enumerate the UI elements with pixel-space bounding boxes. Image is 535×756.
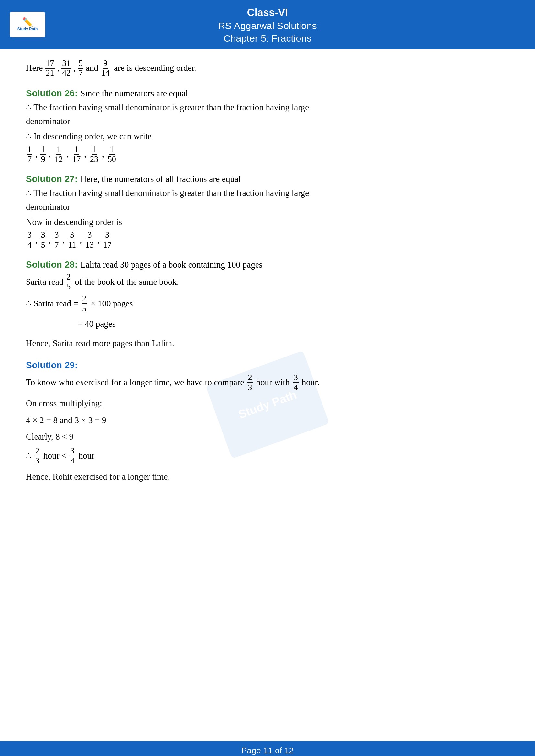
- frac-2-3-b: 23: [35, 446, 40, 466]
- comma1: ,: [57, 61, 59, 76]
- solution-28-heading: Solution 28: Lalita read 30 pages of a b…: [26, 259, 509, 270]
- solution-28-line1: Lalita read 30 pages of a book containin…: [80, 260, 262, 270]
- solution-28-hence: Hence, Sarita read more pages than Lalit…: [26, 337, 509, 350]
- solution-28-sarita-line: Sarita read 25 of the book of the same b…: [26, 273, 509, 291]
- solution-27-line1: Here, the numerators of all fractions ar…: [80, 174, 241, 184]
- frac-2-5-b: 25: [81, 294, 87, 313]
- frac-1-50: 150: [107, 145, 117, 164]
- sep2: ,: [49, 145, 51, 164]
- solution-29-block: Solution 29: To know who exercised for a…: [26, 360, 509, 484]
- top-section: Here 17 21 , 31 42 , 5 7 and 9 14 are is…: [26, 59, 509, 78]
- times-100: × 100 pages: [91, 294, 133, 313]
- hour-text: hour.: [302, 373, 320, 392]
- fraction-5-7: 5 7: [78, 59, 83, 78]
- header: ✏️ Study Path Class-VI RS Aggarwal Solut…: [0, 0, 535, 49]
- descending-text: are is descending order.: [114, 61, 196, 76]
- frac-1-7: 17: [27, 145, 32, 164]
- sep3: ,: [67, 145, 69, 164]
- frac-3-13: 313: [85, 230, 95, 250]
- logo: ✏️ Study Path: [10, 12, 45, 38]
- header-chapter: Chapter 5: Fractions: [218, 32, 317, 44]
- hour-with-text: hour with: [256, 373, 290, 392]
- s4: ,: [80, 230, 82, 250]
- solution-26-line2: ∴ The fraction having small denominator …: [26, 100, 509, 114]
- header-titles: Class-VI RS Aggarwal Solutions Chapter 5…: [218, 6, 317, 44]
- footer: Page 11 of 12: [0, 741, 535, 756]
- s3: ,: [62, 230, 65, 250]
- therefore-sarita: ∴ Sarita read =: [26, 294, 78, 313]
- solution-29-line1: To know who exercised for a longer time,…: [26, 373, 509, 392]
- frac-3-7: 37: [54, 230, 60, 250]
- s5: ,: [98, 230, 99, 250]
- fraction-17-21: 17 21: [45, 59, 55, 78]
- s1: ,: [35, 230, 38, 250]
- solution-28-block: Solution 28: Lalita read 30 pages of a b…: [26, 259, 509, 350]
- hour-end-text: hour: [78, 446, 95, 466]
- solution-27-line3: denominator: [26, 200, 509, 214]
- sep1: ,: [35, 145, 38, 164]
- solution-27-label: Solution 27:: [26, 174, 78, 184]
- fraction-31-42: 31 42: [62, 59, 71, 78]
- fraction-9-14: 9 14: [100, 59, 110, 78]
- frac-2-3-a: 23: [247, 373, 253, 392]
- solution-26-label: Solution 26:: [26, 88, 78, 98]
- frac-3-4: 34: [27, 230, 32, 250]
- header-class: Class-VI: [218, 6, 317, 19]
- solution-29-heading: Solution 29:: [26, 360, 509, 370]
- solution-27-line4: Now in descending order is: [26, 215, 509, 229]
- comma2: ,: [73, 61, 76, 76]
- frac-3-17: 317: [102, 230, 112, 250]
- frac-1-9: 19: [41, 145, 46, 164]
- logo-pencil-icon: ✏️: [22, 18, 33, 27]
- solution-26-block: Solution 26: Since the numerators are eq…: [26, 88, 509, 164]
- frac-1-12: 112: [54, 145, 64, 164]
- frac-3-4-a: 34: [293, 373, 298, 392]
- therefore-symbol: ∴: [26, 446, 31, 466]
- solution-26-line4: ∴ In descending order, we can write: [26, 130, 509, 144]
- equals-40: = 40 pages: [78, 314, 116, 334]
- solution-28-calc-line: ∴ Sarita read = 25 × 100 pages: [26, 294, 509, 313]
- header-title: RS Aggarwal Solutions: [218, 19, 317, 32]
- solution-29-therefore-line: ∴ 23 hour < 34 hour: [26, 446, 509, 466]
- and-text: and: [86, 61, 98, 76]
- solution-28-equals: = 40 pages: [78, 314, 509, 334]
- logo-text: Study Path: [17, 27, 38, 31]
- solution-26-fractions: 17 , 19 , 112 , 117 , 123 ,: [26, 145, 509, 164]
- solution-27-heading: Solution 27: Here, the numerators of all…: [26, 174, 509, 184]
- frac-3-11: 311: [67, 230, 77, 250]
- frac-3-5: 35: [41, 230, 46, 250]
- sarita-read-text: Sarita read: [26, 273, 63, 291]
- page-content: Study Path Here 17 21 , 31 42 , 5 7 and …: [0, 49, 535, 756]
- solution-28-label: Solution 28:: [26, 259, 78, 270]
- solution-27-block: Solution 27: Here, the numerators of all…: [26, 174, 509, 250]
- solution-29-hence: Hence, Rohit exercised for a longer time…: [26, 470, 509, 484]
- solution-27-line2: ∴ The fraction having small denominator …: [26, 186, 509, 200]
- hour-lt-text: hour <: [43, 446, 66, 466]
- solution-29-label: Solution 29:: [26, 360, 78, 370]
- solution-26-line1: Since the numerators are equal: [80, 89, 188, 98]
- to-know-text: To know who exercised for a longer time,…: [26, 373, 244, 392]
- of-the-book-text: of the book of the same book.: [75, 273, 179, 291]
- frac-1-17: 117: [71, 145, 81, 164]
- frac-1-23: 123: [89, 145, 99, 164]
- solution-26-line3: denominator: [26, 114, 509, 128]
- s2: ,: [49, 230, 51, 250]
- page-number: Page 11 of 12: [241, 746, 294, 755]
- frac-3-4-b: 34: [70, 446, 75, 466]
- sep5: ,: [102, 145, 104, 164]
- solution-29-cross: On cross multiplying:: [26, 396, 509, 411]
- solution-29-clearly: Clearly, 8 < 9: [26, 430, 509, 444]
- sep4: ,: [84, 145, 86, 164]
- here-text: Here: [26, 61, 43, 76]
- content: Here 17 21 , 31 42 , 5 7 and 9 14 are is…: [0, 49, 535, 513]
- solution-29-calc: 4 × 2 = 8 and 3 × 3 = 9: [26, 413, 509, 427]
- solution-27-fractions: 34 , 35 , 37 , 311 , 313 ,: [26, 230, 509, 250]
- solution-26-heading: Solution 26: Since the numerators are eq…: [26, 88, 509, 98]
- frac-2-5-a: 25: [66, 273, 71, 291]
